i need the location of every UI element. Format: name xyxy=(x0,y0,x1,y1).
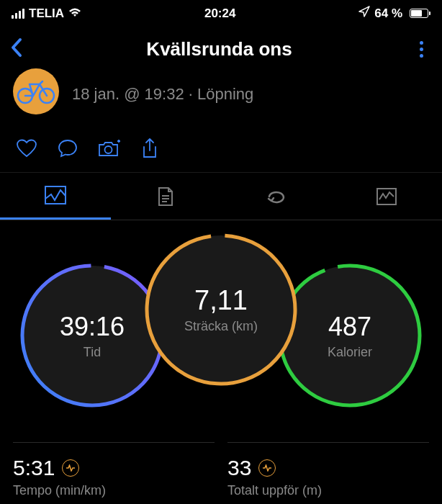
page-title: Kvällsrunda ons xyxy=(146,38,292,60)
heart-icon xyxy=(16,139,37,158)
back-button[interactable] xyxy=(10,37,24,61)
svg-point-2 xyxy=(105,146,112,153)
battery-percent: 64 % xyxy=(374,6,402,21)
ascent-value: 33 xyxy=(227,456,251,480)
pace-value: 5:31 xyxy=(13,456,55,480)
more-button[interactable] xyxy=(414,38,429,60)
calories-value: 487 xyxy=(328,312,372,342)
camera-button[interactable] xyxy=(98,138,121,159)
avatar[interactable] xyxy=(13,68,59,114)
stats-row: 5:31 Tempo (min/km) 33 Totalt uppför (m) xyxy=(0,442,442,498)
carrier-label: TELIA xyxy=(29,6,64,21)
loop-icon xyxy=(265,189,288,204)
activity-subtitle: 18 jan. @ 19:32 · Löpning xyxy=(72,85,253,104)
action-row xyxy=(0,123,442,173)
chart-icon xyxy=(376,188,397,205)
pulse-icon xyxy=(258,459,276,477)
metric-calories[interactable]: 487 Kalorier xyxy=(278,264,422,408)
stat-pace[interactable]: 5:31 Tempo (min/km) xyxy=(13,442,215,498)
pace-label: Tempo (min/km) xyxy=(13,483,215,498)
map-icon xyxy=(45,186,66,204)
stat-ascent[interactable]: 33 Totalt uppför (m) xyxy=(227,442,429,498)
calories-label: Kalorier xyxy=(328,345,372,360)
svg-rect-3 xyxy=(45,186,66,204)
distance-value: 7,11 xyxy=(184,285,258,316)
battery-icon xyxy=(407,9,430,18)
wifi-icon xyxy=(68,6,81,21)
time-label: Tid xyxy=(60,345,125,360)
tab-charts[interactable] xyxy=(332,173,443,220)
ascent-label: Totalt uppför (m) xyxy=(227,483,429,498)
signal-icon xyxy=(12,9,24,19)
status-bar: TELIA 20:24 64 % xyxy=(0,0,442,24)
share-button[interactable] xyxy=(141,138,158,159)
nav-bar: Kvällsrunda ons xyxy=(0,24,442,74)
comment-icon xyxy=(58,139,78,158)
tab-stats[interactable] xyxy=(111,173,222,220)
tab-row xyxy=(0,173,442,220)
metric-time[interactable]: 39:16 Tid xyxy=(20,264,164,408)
document-icon xyxy=(157,186,174,207)
tab-laps[interactable] xyxy=(221,173,332,220)
status-time: 20:24 xyxy=(204,6,235,21)
distance-label: Sträcka (km) xyxy=(184,319,258,334)
metric-circles: 39:16 Tid 487 Kalorier 7,11 Sträcka (km) xyxy=(0,226,442,442)
pulse-icon xyxy=(62,459,79,477)
like-button[interactable] xyxy=(16,138,37,159)
metric-distance[interactable]: 7,11 Sträcka (km) xyxy=(145,233,297,386)
activity-header: 18 jan. @ 19:32 · Löpning xyxy=(0,74,442,123)
time-value: 39:16 xyxy=(60,312,125,342)
comment-button[interactable] xyxy=(58,138,78,159)
camera-icon xyxy=(98,139,121,158)
bike-icon xyxy=(16,78,56,104)
tab-map[interactable] xyxy=(0,173,111,220)
location-icon xyxy=(358,6,370,21)
share-icon xyxy=(141,138,158,159)
